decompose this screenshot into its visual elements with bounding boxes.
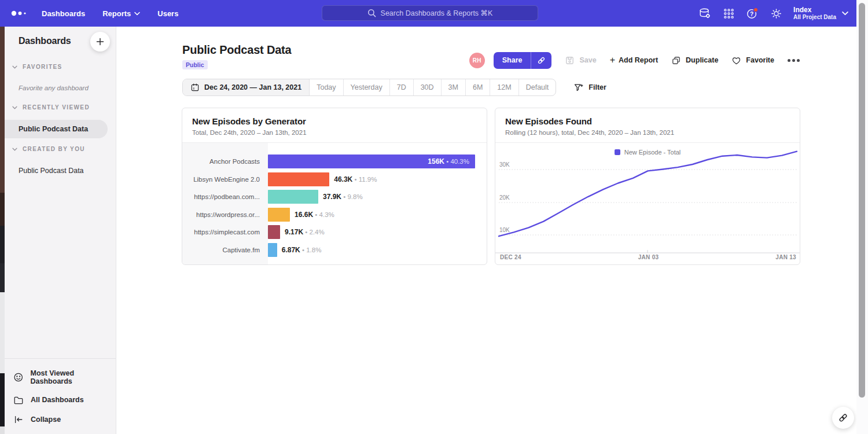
card-subtitle: Rolling (12 hours), total, Dec 24th, 202… (505, 129, 790, 136)
avatar[interactable]: RH (469, 53, 485, 68)
footer-item-label: All Dashboards (31, 396, 84, 404)
bar-category-label: Anchor Podcasts (182, 158, 268, 165)
bar-category-label: Libsyn WebEngine 2.0 (182, 176, 268, 183)
apps-grid-icon[interactable] (722, 7, 735, 20)
duplicate-button[interactable]: Duplicate (671, 56, 718, 65)
date-preset-3m[interactable]: 3M (442, 79, 466, 95)
bar (268, 243, 277, 257)
bar-track: 156K • 40.3% (268, 155, 475, 168)
help-icon[interactable]: ? (746, 7, 759, 20)
bar (268, 190, 318, 204)
nav-item-users[interactable]: Users (157, 9, 178, 18)
project-switcher[interactable]: Index All Project Data (793, 6, 848, 21)
sidebar-section-recently-viewed[interactable]: RECENTLY VIEWED (5, 104, 116, 111)
save-button[interactable]: Save (565, 56, 596, 65)
search-input[interactable]: Search Dashboards & Reports ⌘K (322, 5, 538, 21)
x-tick-label: JAN 03 (638, 254, 659, 260)
more-dot-icon (792, 59, 795, 62)
line-chart: New Episode - Total 30K 20K 10K DEC 24 J… (495, 142, 800, 264)
page-scrollbar-thumb[interactable] (859, 3, 865, 398)
chevron-down-icon (842, 11, 848, 16)
heart-icon (731, 56, 741, 65)
nav-menu: Dashboards Reports Users (42, 9, 178, 18)
date-preset-default[interactable]: Default (519, 79, 556, 95)
chevron-down-icon (12, 106, 17, 109)
bar-rows: Anchor Podcasts156K • 40.3%Libsyn WebEng… (182, 143, 487, 259)
footer-item-label: Most Viewed Dashboards (31, 369, 116, 385)
navbar-right: ? Index All Project Data (698, 0, 848, 27)
bar-row: https://wordpress.or...16.6K • 4.3% (182, 206, 487, 224)
bar-category-label: https://wordpress.or... (182, 211, 268, 218)
report-card-new-episodes-by-generator[interactable]: New Episodes by Generator Total, Dec 24t… (182, 108, 487, 265)
nav-item-reports[interactable]: Reports (102, 9, 140, 18)
bar-track: 46.3K • 11.9% (268, 172, 475, 186)
all-dashboards-button[interactable]: All Dashboards (5, 390, 116, 410)
date-preset-12m[interactable]: 12M (490, 79, 518, 95)
card-subtitle: Total, Dec 24th, 2020 – Jan 13th, 2021 (192, 129, 477, 136)
datasource-icon[interactable] (698, 7, 711, 20)
app-window: Dashboards Reports Users Search Dashboar… (0, 0, 868, 434)
x-axis-labels: DEC 24 JAN 03 JAN 13 (500, 254, 796, 260)
page-scrollbar-track[interactable] (856, 0, 868, 434)
new-dashboard-button[interactable] (90, 32, 110, 52)
more-dot-icon (797, 59, 800, 62)
bar-track: 9.17K • 2.4% (268, 225, 475, 239)
date-preset-7d[interactable]: 7D (390, 79, 414, 95)
share-button[interactable]: Share (494, 52, 552, 69)
folder-icon (13, 395, 24, 405)
add-report-button[interactable]: + Add Report (610, 55, 658, 65)
collapse-sidebar-button[interactable]: Collapse (5, 410, 116, 429)
sidebar-item-public-podcast-data[interactable]: Public Podcast Data (5, 120, 108, 138)
svg-text:30K: 30K (499, 161, 510, 168)
sidebar-item-public-podcast-data-created[interactable]: Public Podcast Data (5, 161, 108, 180)
bar-value-label: 6.87K • 1.8% (282, 246, 322, 254)
filter-button[interactable]: Filter (573, 83, 606, 93)
bar-value-label: 156K • 40.3% (428, 157, 469, 165)
date-range-button[interactable]: Dec 24, 2020 — Jan 13, 2021 (183, 79, 310, 95)
public-badge: Public (182, 60, 208, 69)
date-range-control: Dec 24, 2020 — Jan 13, 2021 TodayYesterd… (182, 79, 556, 96)
date-range-label: Dec 24, 2020 — Jan 13, 2021 (204, 83, 301, 91)
section-label: RECENTLY VIEWED (23, 104, 90, 111)
nav-item-label: Dashboards (42, 9, 85, 18)
save-button-label: Save (579, 56, 596, 64)
date-preset-6m[interactable]: 6M (466, 79, 490, 95)
share-link-segment[interactable] (531, 52, 551, 69)
chevron-down-icon (134, 12, 140, 16)
sidebar-section-favorites[interactable]: FAVORITES (5, 64, 116, 70)
most-viewed-dashboards-button[interactable]: Most Viewed Dashboards (5, 365, 116, 390)
project-subtitle: All Project Data (793, 14, 836, 21)
logo-dots-icon[interactable] (10, 8, 30, 19)
filter-label: Filter (589, 83, 606, 91)
duplicate-icon (671, 56, 681, 65)
bar-value-label: 46.3K • 11.9% (334, 175, 377, 183)
date-preset-today[interactable]: Today (310, 79, 343, 95)
bar-row: https://simplecast.com9.17K • 2.4% (182, 223, 487, 241)
date-presets: TodayYesterday7D30D3M6M12MDefault (310, 79, 556, 95)
report-card-new-episodes-found[interactable]: New Episodes Found Rolling (12 hours), t… (495, 108, 800, 265)
card-header: New Episodes by Generator Total, Dec 24t… (182, 108, 487, 142)
chevron-down-icon (12, 148, 17, 151)
card-title: New Episodes by Generator (192, 116, 477, 126)
favorite-button[interactable]: Favorite (731, 56, 774, 65)
calendar-icon (190, 83, 200, 92)
sidebar-section-created-by-you[interactable]: CREATED BY YOU (5, 146, 116, 152)
line-chart-plot: 30K 20K 10K (495, 143, 800, 254)
svg-text:20K: 20K (499, 194, 510, 201)
date-preset-30d[interactable]: 30D (414, 79, 442, 95)
bar-row: Anchor Podcasts156K • 40.3% (182, 153, 487, 171)
copy-link-floating-button[interactable] (832, 407, 854, 429)
sidebar-title: Dashboards (19, 36, 71, 46)
gear-icon[interactable] (770, 7, 782, 20)
page-title: Public Podcast Data (182, 43, 291, 57)
bar (268, 225, 280, 239)
nav-item-label: Reports (102, 9, 131, 18)
nav-item-dashboards[interactable]: Dashboards (42, 9, 85, 18)
more-menu-button[interactable] (788, 59, 800, 62)
sidebar-footer: Most Viewed Dashboards All Dashboards Co… (5, 358, 116, 434)
plus-icon (96, 38, 104, 46)
date-preset-yesterday[interactable]: Yesterday (344, 79, 390, 95)
main-content: Public Podcast Data Public RH Share Save (117, 27, 856, 434)
bar-value-label: 37.9K • 9.8% (323, 193, 363, 201)
bar-category-label: https://podbean.com... (182, 193, 268, 200)
